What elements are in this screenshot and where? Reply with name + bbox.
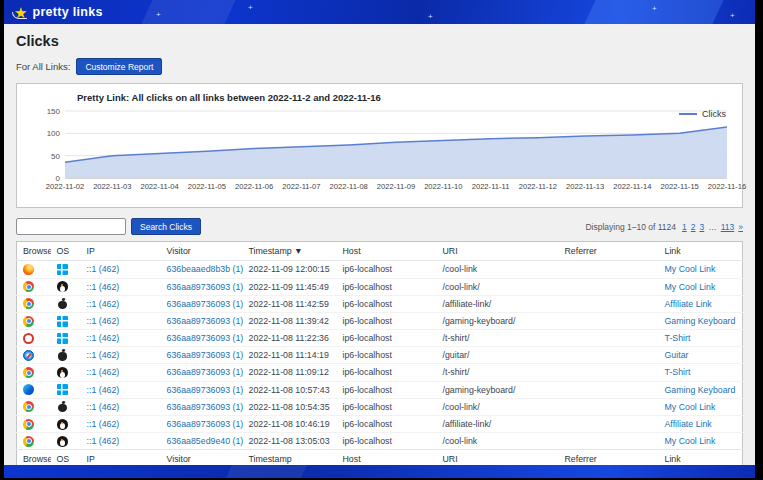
link-name-link[interactable]: Affiliate Link [665, 299, 712, 309]
decor-plus-icon: + [730, 12, 735, 20]
uri-cell: /affiliate-link/ [437, 295, 559, 312]
clicks-area-chart: 0501001502022-11-022022-11-032022-11-042… [27, 106, 752, 200]
referrer-cell [559, 398, 659, 415]
column-header-os[interactable]: OS [51, 450, 81, 465]
host-cell: ip6-localhost [337, 364, 437, 381]
timestamp-cell: 2022-11-08 10:46:19 [243, 415, 337, 432]
customize-report-button[interactable]: Customize Report [76, 58, 162, 75]
table-row: ::1 (462)636aa89736093 (1)2022-11-08 11:… [17, 295, 743, 312]
svg-text:2022-11-16: 2022-11-16 [708, 182, 746, 191]
column-header-referrer[interactable]: Referrer [559, 242, 659, 261]
linux-os-icon [57, 436, 68, 447]
column-header-uri[interactable]: URI [437, 450, 559, 465]
search-clicks-button[interactable]: Search Clicks [131, 218, 201, 235]
pagination-ellipsis: … [708, 222, 717, 232]
chrome-browser-icon [23, 401, 34, 412]
column-header-timestamp[interactable]: Timestamp [243, 450, 337, 465]
referrer-cell [559, 295, 659, 312]
visitor-link[interactable]: 636aa89736093 (1) [167, 316, 243, 326]
ip-link[interactable]: ::1 (462) [87, 264, 120, 274]
link-name-link[interactable]: My Cool Link [665, 402, 716, 412]
visitor-link[interactable]: 636aa89736093 (1) [167, 385, 243, 395]
visitor-link[interactable]: 636aa89736093 (1) [167, 282, 243, 292]
ip-link[interactable]: ::1 (462) [87, 436, 120, 446]
column-header-browser[interactable]: Browser [17, 450, 51, 465]
pagination-page-link[interactable]: 3 [699, 222, 704, 232]
visitor-link[interactable]: 636aa89736093 (1) [167, 367, 243, 377]
link-name-link[interactable]: My Cool Link [665, 282, 716, 292]
timestamp-cell: 2022-11-08 11:42:59 [243, 295, 337, 312]
visitor-link[interactable]: 636aa89736093 (1) [167, 350, 243, 360]
pagination-page-link[interactable]: » [738, 222, 743, 232]
pagination-links: 123…113» [682, 222, 743, 232]
link-name-link[interactable]: Guitar [665, 350, 689, 360]
link-name-link[interactable]: T-Shirt [665, 333, 691, 343]
column-header-visitor[interactable]: Visitor [161, 450, 243, 465]
link-name-link[interactable]: T-Shirt [665, 367, 691, 377]
link-name-link[interactable]: Gaming Keyboard [665, 316, 736, 326]
timestamp-cell: 2022-11-08 11:09:12 [243, 364, 337, 381]
column-header-host[interactable]: Host [337, 242, 437, 261]
linux-os-icon [57, 419, 68, 430]
uri-cell: /cool-link/ [437, 398, 559, 415]
ip-link[interactable]: ::1 (462) [87, 402, 120, 412]
column-header-os[interactable]: OS [51, 242, 81, 261]
ip-link[interactable]: ::1 (462) [87, 419, 120, 429]
apple-os-icon [57, 350, 68, 361]
column-header-link[interactable]: Link [659, 450, 743, 465]
link-name-link[interactable]: My Cool Link [665, 264, 716, 274]
referrer-cell [559, 347, 659, 364]
apple-os-icon [57, 298, 68, 309]
column-header-uri[interactable]: URI [437, 242, 559, 261]
referrer-cell [559, 278, 659, 295]
chrome-browser-icon [23, 419, 34, 430]
link-name-link[interactable]: My Cool Link [665, 436, 716, 446]
svg-text:2022-11-07: 2022-11-07 [282, 182, 320, 191]
visitor-link[interactable]: 636aa89736093 (1) [167, 299, 243, 309]
visitor-link[interactable]: 636aa89736093 (1) [167, 333, 243, 343]
table-row: ::1 (462)636aa85ed9e40 (1)2022-11-08 13:… [17, 433, 743, 450]
ip-link[interactable]: ::1 (462) [87, 350, 120, 360]
column-header-host[interactable]: Host [337, 450, 437, 465]
ip-link[interactable]: ::1 (462) [87, 299, 120, 309]
chrome-browser-icon [23, 436, 34, 447]
host-cell: ip6-localhost [337, 330, 437, 347]
edge-browser-icon [23, 384, 34, 395]
column-header-browser[interactable]: Browser [17, 242, 51, 261]
pagination-page-link[interactable]: 2 [691, 222, 696, 232]
timestamp-cell: 2022-11-08 13:05:03 [243, 433, 337, 450]
chrome-browser-icon [23, 316, 34, 327]
link-name-link[interactable]: Gaming Keyboard [665, 385, 736, 395]
search-input[interactable] [16, 218, 126, 235]
visitor-link[interactable]: 636aa89736093 (1) [167, 419, 243, 429]
ip-link[interactable]: ::1 (462) [87, 282, 120, 292]
ip-link[interactable]: ::1 (462) [87, 333, 120, 343]
column-header-visitor[interactable]: Visitor [161, 242, 243, 261]
brand-footer [4, 465, 755, 478]
ip-link[interactable]: ::1 (462) [87, 385, 120, 395]
visitor-link[interactable]: 636aa85ed9e40 (1) [167, 436, 243, 446]
visitor-link[interactable]: 636aa89736093 (1) [167, 402, 243, 412]
svg-text:150: 150 [47, 107, 61, 116]
svg-text:2022-11-06: 2022-11-06 [235, 182, 273, 191]
pagination-page-link[interactable]: 113 [721, 222, 735, 232]
column-header-referrer[interactable]: Referrer [559, 450, 659, 465]
windows-os-icon [57, 316, 68, 327]
column-header-ip[interactable]: IP [81, 450, 161, 465]
svg-text:2022-11-11: 2022-11-11 [472, 182, 510, 191]
link-name-link[interactable]: Affiliate Link [665, 419, 712, 429]
timestamp-cell: 2022-11-08 10:54:35 [243, 398, 337, 415]
timestamp-cell: 2022-11-09 11:45:49 [243, 278, 337, 295]
table-row: ::1 (462)636aa89736093 (1)2022-11-08 10:… [17, 398, 743, 415]
column-header-link[interactable]: Link [659, 242, 743, 261]
chrome-browser-icon [23, 367, 34, 378]
visitor-link[interactable]: 636beaaed8b3b (1) [167, 264, 243, 274]
column-header-timestamp[interactable]: Timestamp ▼ [243, 242, 337, 261]
table-toolbar: Search Clicks Displaying 1–10 of 1124 12… [16, 218, 743, 235]
ip-link[interactable]: ::1 (462) [87, 367, 120, 377]
column-header-ip[interactable]: IP [81, 242, 161, 261]
uri-cell: /gaming-keyboard/ [437, 312, 559, 329]
ip-link[interactable]: ::1 (462) [87, 316, 120, 326]
pagination-page-link[interactable]: 1 [682, 222, 687, 232]
table-row: ::1 (462)636aa89736093 (1)2022-11-08 10:… [17, 415, 743, 432]
